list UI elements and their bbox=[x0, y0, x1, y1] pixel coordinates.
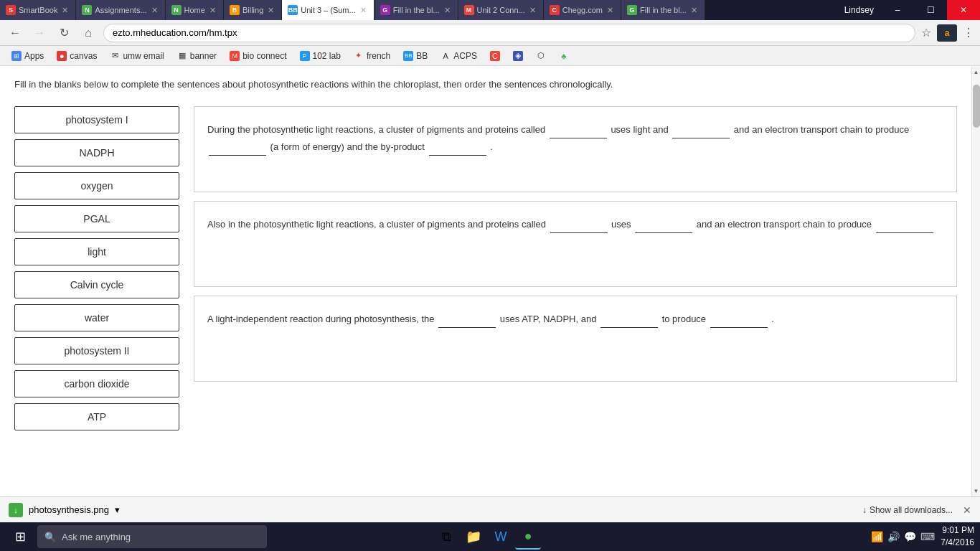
tab-close-fillin2[interactable]: ✕ bbox=[689, 4, 699, 17]
bookmark-bioconnect[interactable]: M bio connect bbox=[224, 49, 292, 63]
blank-1-3[interactable] bbox=[209, 138, 266, 156]
blank-1-4[interactable] bbox=[429, 138, 486, 156]
taskbar-search-box[interactable]: 🔍 Ask me anything bbox=[37, 525, 267, 548]
windows-taskbar: ⊞ 🔍 Ask me anything ⧉ 📁 W ● 📶 🔊 💬 ⌨ 9:01… bbox=[0, 522, 980, 551]
tab-unit2conn[interactable]: M Unit 2 Conn... ✕ bbox=[458, 0, 544, 20]
text-box-1-text-5: . bbox=[488, 141, 493, 152]
tab-smartbook[interactable]: S SmartBook ✕ bbox=[0, 0, 76, 20]
tab-fillin1[interactable]: G Fill in the bl... ✕ bbox=[374, 0, 458, 20]
tab-close-chegg[interactable]: ✕ bbox=[606, 4, 615, 17]
text-box-2: Also in the photosynthetic light reactio… bbox=[194, 201, 957, 287]
tab-close-smartbook[interactable]: ✕ bbox=[60, 4, 70, 17]
tab-favicon-assignments: N bbox=[82, 5, 92, 15]
blank-1-1[interactable] bbox=[550, 121, 607, 138]
blank-1-2[interactable] bbox=[672, 121, 730, 138]
instruction-text: Fill in the blanks below to complete the… bbox=[14, 77, 957, 92]
tabs-row: S SmartBook ✕ N Assignments... ✕ N Home … bbox=[0, 0, 837, 20]
download-bar-close-button[interactable]: ✕ bbox=[963, 504, 971, 516]
extensions-icon[interactable]: ⋮ bbox=[963, 26, 974, 39]
message-icon[interactable]: 💬 bbox=[904, 531, 916, 542]
keyboard-icon[interactable]: ⌨ bbox=[920, 531, 935, 542]
taskbar-clock[interactable]: 9:01 PM 7/4/2016 bbox=[941, 524, 974, 549]
download-dropdown-arrow[interactable]: ▾ bbox=[115, 504, 120, 515]
blank-3-2[interactable] bbox=[600, 311, 658, 328]
text-box-3: A light-independent reaction during phot… bbox=[194, 296, 957, 382]
drag-item-light[interactable]: light bbox=[14, 238, 179, 265]
network-icon[interactable]: 📶 bbox=[871, 531, 883, 542]
tab-close-assignments[interactable]: ✕ bbox=[150, 4, 159, 17]
drag-item-nadph[interactable]: NADPH bbox=[14, 139, 179, 166]
tab-close-fillin1[interactable]: ✕ bbox=[443, 4, 452, 17]
tab-label-fillin2: Fill in the bl... bbox=[640, 6, 687, 14]
bookmark-icon3[interactable]: ⬡ bbox=[530, 49, 552, 63]
tab-close-home[interactable]: ✕ bbox=[208, 4, 217, 17]
bookmark-102lab[interactable]: P 102 lab bbox=[294, 49, 347, 63]
close-button[interactable]: ✕ bbox=[947, 0, 980, 20]
canvas-icon: ● bbox=[57, 51, 67, 61]
blank-3-1[interactable] bbox=[438, 311, 496, 328]
search-icon: 🔍 bbox=[44, 532, 56, 542]
tab-home[interactable]: N Home ✕ bbox=[166, 0, 224, 20]
forward-button[interactable]: → bbox=[30, 24, 49, 42]
drag-item-water[interactable]: water bbox=[14, 304, 179, 331]
blank-2-2[interactable] bbox=[635, 216, 692, 233]
drag-item-carbon-dioxide[interactable]: carbon dioxide bbox=[14, 370, 179, 397]
tab-chegg[interactable]: C Chegg.com ✕ bbox=[544, 0, 621, 20]
bookmark-icon4[interactable]: ♣ bbox=[553, 49, 575, 63]
tab-favicon-fillin2: G bbox=[627, 5, 637, 15]
bookmark-apps-label: Apps bbox=[24, 51, 44, 61]
scroll-thumb[interactable] bbox=[973, 85, 980, 128]
bookmark-acps[interactable]: A ACPS bbox=[435, 49, 483, 63]
address-input[interactable] bbox=[103, 24, 915, 42]
user-name: Lindsey bbox=[837, 5, 881, 15]
bookmark-icon2[interactable]: ◈ bbox=[507, 49, 529, 63]
drag-item-atp[interactable]: ATP bbox=[14, 403, 179, 430]
blank-2-1[interactable] bbox=[550, 216, 608, 233]
tab-close-unit2conn[interactable]: ✕ bbox=[528, 4, 537, 17]
bookmark-star-icon[interactable]: ☆ bbox=[921, 26, 931, 39]
bookmark-apps[interactable]: ⊞ Apps bbox=[6, 49, 50, 63]
window-controls: – ☐ ✕ bbox=[881, 0, 980, 20]
tab-label-chegg: Chegg.com bbox=[562, 6, 603, 14]
bookmark-umwemail-label: umw email bbox=[123, 51, 164, 61]
maximize-button[interactable]: ☐ bbox=[914, 0, 947, 20]
bookmark-umwemail[interactable]: ✉ umw email bbox=[104, 49, 169, 63]
tab-unit3[interactable]: BB Unit 3 – (Sum... ✕ bbox=[282, 0, 374, 20]
blank-3-3[interactable] bbox=[710, 311, 768, 328]
drag-item-photosystem-ii[interactable]: photosystem II bbox=[14, 337, 179, 364]
taskbar-explorer-icon[interactable]: 📁 bbox=[461, 524, 486, 550]
taskbar-word-icon[interactable]: W bbox=[488, 524, 514, 550]
taskbar-taskview-icon[interactable]: ⧉ bbox=[433, 524, 459, 550]
text-box-3-text-1: A light-independent reaction during phot… bbox=[207, 314, 437, 324]
drag-item-photosystem-i[interactable]: photosystem I bbox=[14, 106, 179, 133]
apps-icon: ⊞ bbox=[11, 51, 22, 61]
scrollbar[interactable]: ▲ ▼ bbox=[971, 66, 980, 496]
tab-assignments[interactable]: N Assignments... ✕ bbox=[76, 0, 165, 20]
bookmark-bb[interactable]: BB BB bbox=[397, 49, 433, 63]
scroll-up-arrow[interactable]: ▲ bbox=[972, 66, 981, 77]
reload-button[interactable]: ↻ bbox=[55, 24, 73, 42]
tab-close-billing[interactable]: ✕ bbox=[266, 4, 275, 17]
bookmark-icon1[interactable]: C bbox=[484, 49, 506, 63]
amazon-icon[interactable]: a bbox=[937, 24, 957, 42]
bookmark-banner[interactable]: ▦ banner bbox=[171, 49, 222, 63]
drag-item-calvin-cycle[interactable]: Calvin cycle bbox=[14, 271, 179, 298]
scroll-track[interactable] bbox=[972, 77, 980, 485]
tab-fillin2[interactable]: G Fill in the bl... ✕ bbox=[621, 0, 705, 20]
scroll-down-arrow[interactable]: ▼ bbox=[972, 485, 981, 496]
start-button[interactable]: ⊞ bbox=[6, 522, 34, 551]
back-button[interactable]: ← bbox=[6, 24, 24, 42]
taskbar-chrome-icon[interactable]: ● bbox=[515, 524, 541, 550]
volume-icon[interactable]: 🔊 bbox=[887, 531, 900, 542]
bookmark-canvas[interactable]: ● canvas bbox=[51, 49, 103, 63]
drag-item-pgal[interactable]: PGAL bbox=[14, 205, 179, 232]
tab-label-home: Home bbox=[184, 6, 205, 14]
tab-billing[interactable]: B Billing ✕ bbox=[224, 0, 282, 20]
home-button[interactable]: ⌂ bbox=[79, 24, 98, 42]
minimize-button[interactable]: – bbox=[881, 0, 914, 20]
show-all-downloads-button[interactable]: ↓ Show all downloads... bbox=[862, 505, 953, 515]
bookmark-french[interactable]: ✦ french bbox=[348, 49, 396, 63]
drag-item-oxygen[interactable]: oxygen bbox=[14, 172, 179, 199]
tab-close-unit3[interactable]: ✕ bbox=[359, 4, 368, 17]
blank-2-3[interactable] bbox=[876, 216, 933, 233]
